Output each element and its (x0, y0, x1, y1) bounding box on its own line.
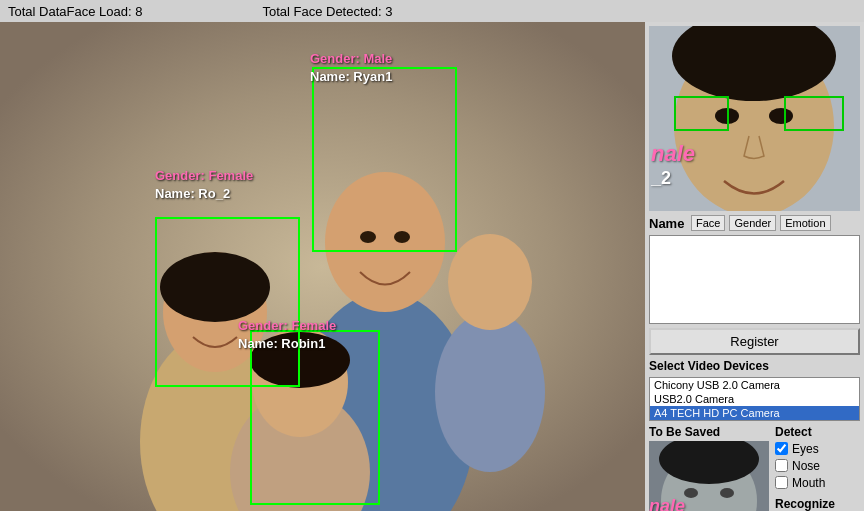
face-robin-name: Name: Robin1 (238, 335, 336, 353)
svg-point-22 (720, 488, 734, 498)
options-panel: Detect Eyes Nose Mouth Recognize Gender (773, 425, 838, 508)
register-button[interactable]: Register (649, 328, 860, 355)
device-item-usb[interactable]: USB2.0 Camera (650, 392, 859, 406)
detect-eyes-label: Eyes (792, 442, 819, 456)
face-label-ro: Gender: Female Name: Ro_2 (155, 167, 253, 203)
faces-detected-text: Total Face Detected: 3 (262, 4, 392, 19)
device-list: Chicony USB 2.0 Camera USB2.0 Camera A4 … (649, 377, 860, 421)
top-bar: Total DataFace Load: 8 Total Face Detect… (0, 0, 864, 22)
dataface-load-text: Total DataFace Load: 8 (8, 4, 142, 19)
detect-nose-row: Nose (775, 459, 836, 473)
detect-mouth-row: Mouth (775, 476, 836, 490)
detect-eyes-row: Eyes (775, 442, 836, 456)
main-content: Gender: Male Name: Ryan1 Gender: Female … (0, 22, 864, 511)
camera-feed: Gender: Male Name: Ryan1 Gender: Female … (0, 22, 645, 511)
face-ro-name: Name: Ro_2 (155, 185, 253, 203)
tab-emotion[interactable]: Emotion (780, 215, 830, 231)
tab-face[interactable]: Face (691, 215, 725, 231)
detect-mouth-checkbox[interactable] (775, 476, 788, 489)
preview-name-overlay: _2 (651, 168, 671, 189)
svg-point-9 (448, 234, 532, 330)
eye-box-left (674, 96, 729, 131)
face-robin-gender: Gender: Female (238, 317, 336, 335)
to-be-saved-label: To Be Saved (649, 425, 769, 439)
bottom-section: To Be Saved nale _2 (649, 425, 860, 508)
detect-nose-label: Nose (792, 459, 820, 473)
eye-box-right (784, 96, 844, 131)
face-box-robin (250, 330, 380, 505)
face-preview: nale _2 (649, 26, 860, 211)
device-item-chicony[interactable]: Chicony USB 2.0 Camera (650, 378, 859, 392)
svg-point-8 (435, 312, 545, 472)
detect-eyes-checkbox[interactable] (775, 442, 788, 455)
right-panel: nale _2 Name Face Gender Emotion Registe… (645, 22, 864, 511)
recognize-label: Recognize (775, 497, 836, 511)
face-ro-gender: Gender: Female (155, 167, 253, 185)
video-devices-label: Select Video Devices (649, 359, 860, 373)
bottom-left: To Be Saved nale _2 (649, 425, 769, 508)
detect-nose-checkbox[interactable] (775, 459, 788, 472)
detect-mouth-label: Mouth (792, 476, 825, 490)
face-ryan-name: Name: Ryan1 (310, 68, 392, 86)
face-label-ryan: Gender: Male Name: Ryan1 (310, 50, 392, 86)
face-label-robin: Gender: Female Name: Robin1 (238, 317, 336, 353)
face-box-ryan (312, 67, 457, 252)
detect-label: Detect (775, 425, 836, 439)
saved-gender-overlay: nale (649, 496, 685, 512)
tab-gender[interactable]: Gender (729, 215, 776, 231)
device-item-a4tech[interactable]: A4 TECH HD PC Camera (650, 406, 859, 420)
name-row: Name Face Gender Emotion (649, 215, 860, 231)
name-input[interactable] (649, 235, 860, 324)
saved-preview: nale _2 (649, 441, 769, 512)
face-ryan-gender: Gender: Male (310, 50, 392, 68)
preview-gender-overlay: nale (651, 141, 695, 167)
svg-point-21 (684, 488, 698, 498)
name-label: Name (649, 216, 687, 231)
